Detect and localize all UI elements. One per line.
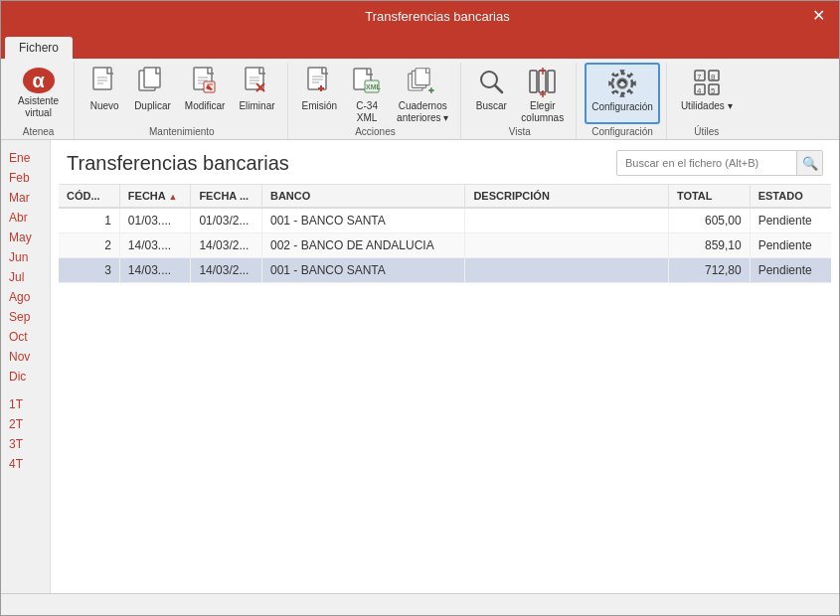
cell-codigo: 2 <box>59 233 119 258</box>
search-icon-button[interactable]: 🔍 <box>796 151 822 175</box>
nuevo-icon <box>88 67 120 98</box>
title-bar: Transferencias bancarias ✕ <box>1 1 839 31</box>
duplicar-label: Duplicar <box>134 100 171 112</box>
elegir-columnas-icon <box>527 67 559 98</box>
search-input[interactable] <box>617 151 796 175</box>
configuracion-button[interactable]: Configuración <box>585 63 660 124</box>
cuadernos-button[interactable]: Cuadernosanteriores ▾ <box>391 63 454 124</box>
col-header-banco[interactable]: BANCO <box>261 185 464 208</box>
ribbon-group-configuracion: Configuración Configuración <box>579 63 667 139</box>
svg-line-29 <box>495 85 502 92</box>
month-feb[interactable]: Feb <box>1 168 50 188</box>
eliminar-icon <box>241 67 272 98</box>
cell-codigo: 1 <box>59 208 119 233</box>
content-header: Transferencias bancarias 🔍 <box>51 140 839 184</box>
svg-rect-32 <box>548 71 555 92</box>
duplicar-icon <box>136 67 168 98</box>
table-row[interactable]: 3 14/03.... 14/03/2... 001 - BANCO SANTA… <box>59 258 831 283</box>
month-abr[interactable]: Abr <box>1 208 50 228</box>
col-header-estado[interactable]: ESTADO <box>750 185 831 208</box>
month-ago[interactable]: Ago <box>1 287 50 307</box>
month-mar[interactable]: Mar <box>1 188 50 208</box>
ribbon-group-vista: Buscar Elegirc <box>463 63 577 139</box>
side-nav: Ene Feb Mar Abr May Jun Jul Ago Sep Oct … <box>1 140 51 593</box>
svg-text:XML: XML <box>366 83 382 90</box>
cell-fecha2: 14/03/2... <box>191 233 262 258</box>
cell-fecha1: 01/03.... <box>119 208 191 233</box>
elegir-columnas-button[interactable]: Elegircolumnas <box>515 63 570 124</box>
quarter-3t[interactable]: 3T <box>1 434 50 454</box>
month-sep[interactable]: Sep <box>1 307 50 327</box>
cell-total: 859,10 <box>668 233 750 258</box>
modificar-button[interactable]: Modificar <box>179 63 232 124</box>
month-ene[interactable]: Ene <box>1 148 50 168</box>
asistente-label: Asistentevirtual <box>18 95 59 119</box>
svg-text:7: 7 <box>697 73 702 81</box>
eliminar-button[interactable]: Eliminar <box>233 63 280 124</box>
svg-text:4: 4 <box>697 86 702 95</box>
main-area: Ene Feb Mar Abr May Jun Jul Ago Sep Oct … <box>1 140 839 593</box>
c34xml-button[interactable]: XML C-34XML <box>345 63 389 124</box>
nuevo-button[interactable]: Nuevo <box>83 63 126 124</box>
buscar-button[interactable]: Buscar <box>469 63 513 124</box>
col-header-fecha1[interactable]: FECHA ▲ <box>119 185 191 208</box>
atenea-group-label: Atenea <box>9 126 68 137</box>
quarter-4t[interactable]: 4T <box>1 454 50 474</box>
duplicar-button[interactable]: Duplicar <box>128 63 177 124</box>
month-oct[interactable]: Oct <box>1 327 50 347</box>
month-may[interactable]: May <box>1 228 50 247</box>
cell-fecha2: 14/03/2... <box>191 258 262 283</box>
utilidades-button[interactable]: 7 8 4 5 Utilidades ▾ <box>675 63 739 124</box>
cell-fecha1: 14/03.... <box>119 258 191 283</box>
window-title: Transferencias bancarias <box>69 9 806 24</box>
cell-descripcion <box>465 208 668 233</box>
month-jul[interactable]: Jul <box>1 267 50 287</box>
nuevo-label: Nuevo <box>90 100 119 112</box>
cell-estado: Pendiente <box>750 208 831 233</box>
month-nov[interactable]: Nov <box>1 347 50 367</box>
c34xml-label: C-34XML <box>356 100 378 124</box>
data-table: CÓD... FECHA ▲ FECHA ... BANCO <box>59 185 831 283</box>
configuracion-label: Configuración <box>591 101 653 113</box>
cell-descripcion <box>465 233 668 258</box>
svg-text:8: 8 <box>711 73 716 81</box>
quarter-2t[interactable]: 2T <box>1 414 50 434</box>
emision-icon <box>303 67 335 98</box>
ribbon-group-mantenimiento: Nuevo Duplicar <box>77 63 287 139</box>
col-header-total[interactable]: TOTAL <box>668 185 750 208</box>
elegir-columnas-label: Elegircolumnas <box>521 100 564 124</box>
emision-button[interactable]: Emisión <box>296 63 344 124</box>
cuadernos-icon <box>407 67 438 98</box>
cell-total: 712,80 <box>668 258 750 283</box>
fichero-tab[interactable]: Fichero <box>5 37 73 59</box>
c34xml-icon: XML <box>351 67 383 98</box>
cell-banco: 002 - BANCO DE ANDALUCIA <box>261 233 464 258</box>
cell-descripcion <box>465 258 668 283</box>
col-header-descripcion[interactable]: DESCRIPCIÓN <box>465 185 668 208</box>
data-table-wrapper: CÓD... FECHA ▲ FECHA ... BANCO <box>59 184 831 593</box>
page-title: Transferencias bancarias <box>67 152 289 175</box>
cell-total: 605,00 <box>668 208 750 233</box>
table-row[interactable]: 1 01/03.... 01/03/2... 001 - BANCO SANTA… <box>59 208 831 233</box>
cuadernos-label: Cuadernosanteriores ▾ <box>397 100 448 124</box>
utilidades-icon: 7 8 4 5 <box>691 67 723 98</box>
svg-text:5: 5 <box>711 86 716 95</box>
month-jun[interactable]: Jun <box>1 247 50 267</box>
cell-banco: 001 - BANCO SANTA <box>261 258 464 283</box>
configuracion-group-label: Configuración <box>585 126 660 137</box>
close-button[interactable]: ✕ <box>806 6 831 26</box>
col-header-fecha2[interactable]: FECHA ... <box>191 185 262 208</box>
table-row[interactable]: 2 14/03.... 14/03/2... 002 - BANCO DE AN… <box>59 233 831 258</box>
content-panel: Transferencias bancarias 🔍 CÓD... F <box>51 140 839 593</box>
quarter-1t[interactable]: 1T <box>1 394 50 414</box>
utiles-label: Útiles <box>675 126 739 137</box>
svg-rect-0 <box>93 68 111 89</box>
month-dic[interactable]: Dic <box>1 367 50 386</box>
col-header-codigo[interactable]: CÓD... <box>59 185 119 208</box>
cell-codigo: 3 <box>59 258 119 283</box>
cell-estado: Pendiente <box>750 233 831 258</box>
cell-estado: Pendiente <box>750 258 831 283</box>
asistente-virtual-button[interactable]: α Asistentevirtual <box>9 63 68 124</box>
svg-rect-30 <box>530 71 537 92</box>
modificar-label: Modificar <box>185 100 226 112</box>
